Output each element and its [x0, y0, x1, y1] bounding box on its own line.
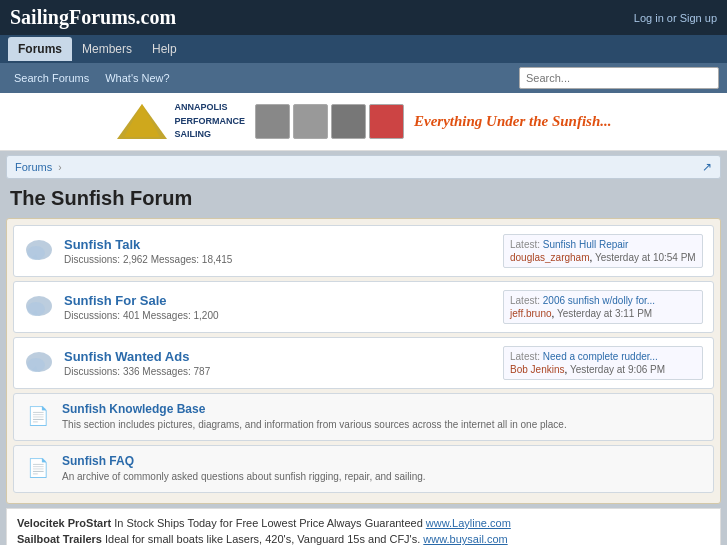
banner: APS ANNAPOLIS PERFORMANCE SAILING Everyt… [0, 93, 727, 151]
forum-latest-sunfish-talk: Latest: Sunfish Hull Repair douglas_zarg… [503, 234, 703, 268]
nav-item-help[interactable]: Help [142, 37, 187, 61]
ad-link[interactable]: www.buysail.com [423, 533, 507, 545]
top-bar: SailingForums.com Log in or Sign up [0, 0, 727, 35]
login-link[interactable]: Log in or Sign up [634, 12, 717, 24]
latest-label-sunfish-wanted-ads: Latest: Need a complete rudder... [510, 351, 696, 362]
forum-static-sunfish-faq: 📄 Sunfish FAQ An archive of commonly ask… [13, 445, 714, 493]
forum-info-sunfish-wanted-ads: Sunfish Wanted Ads Discussions: 336 Mess… [64, 349, 493, 377]
banner-inner: APS ANNAPOLIS PERFORMANCE SAILING Everyt… [115, 99, 611, 144]
banner-tagline: Everything Under the Sunfish... [414, 113, 612, 130]
latest-user-sunfish-wanted-ads[interactable]: Bob Jenkins [510, 364, 564, 375]
static-info-knowledge-base: Sunfish Knowledge Base This section incl… [62, 402, 703, 432]
chat-icon [24, 236, 54, 266]
latest-user-sunfish-for-sale[interactable]: jeff.bruno [510, 308, 552, 319]
forum-icon-sunfish-for-sale [24, 292, 54, 322]
breadcrumb-bar: Forums › ↗ [6, 155, 721, 179]
forum-title-sunfish-for-sale[interactable]: Sunfish For Sale [64, 293, 167, 308]
latest-label-sunfish-for-sale: Latest: 2006 sunfish w/dolly for... [510, 295, 696, 306]
sub-nav: Search Forums What's New? [0, 66, 511, 90]
aps-company-text: ANNAPOLIS PERFORMANCE SAILING [174, 101, 245, 142]
latest-time-sunfish-talk: Yesterday at 10:54 PM [595, 252, 696, 263]
aps-logo: APS ANNAPOLIS PERFORMANCE SAILING [115, 99, 245, 144]
latest-user-sunfish-talk[interactable]: douglas_zargham [510, 252, 590, 263]
latest-time-sunfish-wanted-ads: Yesterday at 9:06 PM [570, 364, 665, 375]
chat-icon [24, 348, 54, 378]
static-info-sunfish-faq: Sunfish FAQ An archive of commonly asked… [62, 454, 703, 484]
static-forums: 📄 Sunfish Knowledge Base This section in… [13, 393, 714, 493]
latest-label-sunfish-talk: Latest: Sunfish Hull Repair [510, 239, 696, 250]
breadcrumb-link[interactable]: Forums [15, 161, 52, 173]
forum-stats-sunfish-wanted-ads: Discussions: 336 Messages: 787 [64, 366, 493, 377]
nav-item-members[interactable]: Members [72, 37, 142, 61]
forum-static-knowledge-base: 📄 Sunfish Knowledge Base This section in… [13, 393, 714, 441]
breadcrumb-expand-icon[interactable]: ↗ [702, 160, 712, 174]
latest-thread-sunfish-wanted-ads[interactable]: Need a complete rudder... [543, 351, 658, 362]
latest-thread-sunfish-for-sale[interactable]: 2006 sunfish w/dolly for... [543, 295, 655, 306]
static-desc-knowledge-base: This section includes pictures, diagrams… [62, 418, 703, 432]
ad-bold: Sailboat Trailers [17, 533, 102, 545]
ad-section: Velocitek ProStart In Stock Ships Today … [6, 508, 721, 545]
forum-row-sunfish-for-sale: Sunfish For Sale Discussions: 401 Messag… [13, 281, 714, 333]
ad-text: In Stock Ships Today for Free Lowest Pri… [111, 517, 426, 529]
nav-item-forums[interactable]: Forums [8, 37, 72, 61]
latest-time-sunfish-for-sale: Yesterday at 3:11 PM [557, 308, 652, 319]
forum-row-sunfish-talk: Sunfish Talk Discussions: 2,962 Messages… [13, 225, 714, 277]
doc-icon-knowledge-base: 📄 [24, 402, 52, 430]
ad-bold: Velocitek ProStart [17, 517, 111, 529]
subnav-search-forums[interactable]: Search Forums [6, 68, 97, 88]
forum-stats-sunfish-for-sale: Discussions: 401 Messages: 1,200 [64, 310, 493, 321]
breadcrumb-arrow: › [58, 162, 61, 173]
svg-marker-1 [124, 104, 160, 137]
doc-icon-sunfish-faq: 📄 [24, 454, 52, 482]
forum-icon-sunfish-talk [24, 236, 54, 266]
banner-products [255, 104, 404, 139]
static-desc-sunfish-faq: An archive of commonly asked questions a… [62, 470, 703, 484]
main-nav: Forums Members Help [0, 35, 727, 63]
ad-line: Velocitek ProStart In Stock Ships Today … [17, 517, 710, 529]
ad-link[interactable]: www.Layline.com [426, 517, 511, 529]
forum-info-sunfish-talk: Sunfish Talk Discussions: 2,962 Messages… [64, 237, 493, 265]
svg-text:APS: APS [121, 143, 140, 144]
forum-stats-sunfish-talk: Discussions: 2,962 Messages: 18,415 [64, 254, 493, 265]
forum-title-sunfish-talk[interactable]: Sunfish Talk [64, 237, 140, 252]
search-bar [511, 63, 727, 93]
aps-logo-icon: APS [115, 99, 170, 144]
forum-title-sunfish-wanted-ads[interactable]: Sunfish Wanted Ads [64, 349, 189, 364]
chat-icon [24, 292, 54, 322]
forum-container: Sunfish Talk Discussions: 2,962 Messages… [6, 218, 721, 504]
ad-text: Ideal for small boats like Lasers, 420's… [102, 533, 423, 545]
static-title-sunfish-faq[interactable]: Sunfish FAQ [62, 454, 134, 468]
ad-line: Sailboat Trailers Ideal for small boats … [17, 533, 710, 545]
forum-info-sunfish-for-sale: Sunfish For Sale Discussions: 401 Messag… [64, 293, 493, 321]
active-forums: Sunfish Talk Discussions: 2,962 Messages… [13, 225, 714, 389]
forum-row-sunfish-wanted-ads: Sunfish Wanted Ads Discussions: 336 Mess… [13, 337, 714, 389]
forum-latest-sunfish-wanted-ads: Latest: Need a complete rudder... Bob Je… [503, 346, 703, 380]
forum-icon-sunfish-wanted-ads [24, 348, 54, 378]
latest-thread-sunfish-talk[interactable]: Sunfish Hull Repair [543, 239, 629, 250]
forum-latest-sunfish-for-sale: Latest: 2006 sunfish w/dolly for... jeff… [503, 290, 703, 324]
static-title-knowledge-base[interactable]: Sunfish Knowledge Base [62, 402, 205, 416]
site-title: SailingForums.com [10, 6, 176, 29]
search-input[interactable] [519, 67, 719, 89]
page-title: The Sunfish Forum [0, 183, 727, 216]
ad-lines: Velocitek ProStart In Stock Ships Today … [17, 517, 710, 545]
subnav-whats-new[interactable]: What's New? [97, 68, 177, 88]
